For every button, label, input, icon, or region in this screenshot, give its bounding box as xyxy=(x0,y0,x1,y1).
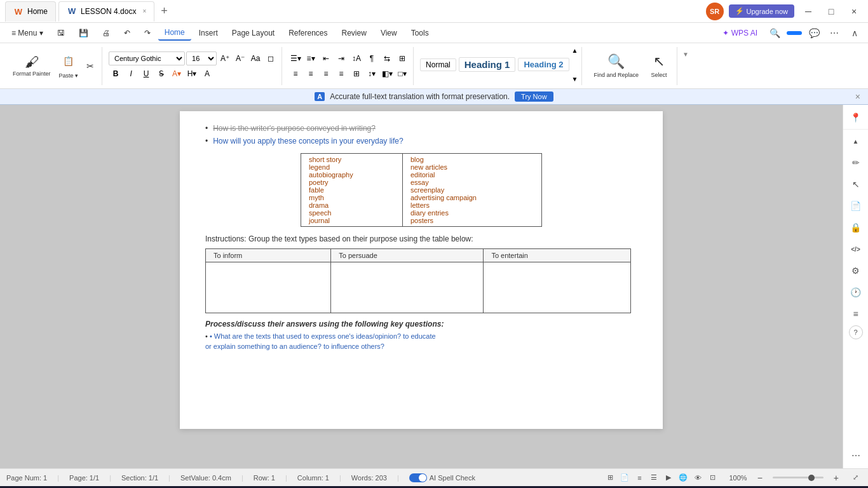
line-spacing-button[interactable]: ↕▾ xyxy=(365,67,379,81)
style-normal[interactable]: Normal xyxy=(420,58,456,71)
menu-item-insert[interactable]: Insert xyxy=(193,26,224,40)
font-size-select[interactable]: 16 xyxy=(186,51,217,65)
highlight-button[interactable]: H▾ xyxy=(185,67,199,81)
style-heading2[interactable]: Heading 2 xyxy=(518,58,569,71)
show-marks-button[interactable]: ¶ xyxy=(365,51,379,65)
more-button[interactable]: ⋯ xyxy=(826,25,843,41)
zoom-minus-button[interactable]: − xyxy=(757,473,763,483)
toolbar-history-icon[interactable]: 🖫 xyxy=(51,26,71,40)
toolbar-save-icon[interactable]: 💾 xyxy=(72,26,95,40)
select-button[interactable]: ↖ Select xyxy=(645,51,673,81)
increase-font-button[interactable]: A⁺ xyxy=(218,51,232,65)
tab-add-button[interactable]: + xyxy=(157,4,172,18)
sidebar-cursor-icon[interactable]: ↖ xyxy=(846,174,866,194)
share-button[interactable] xyxy=(787,31,802,35)
decrease-font-button[interactable]: A⁻ xyxy=(233,51,247,65)
outdent-button[interactable]: ⇤ xyxy=(319,51,333,65)
cols-button[interactable]: ⊞ xyxy=(395,51,409,65)
format-painter-button[interactable]: 🖌 Format Painter xyxy=(9,48,55,84)
italic-button[interactable]: I xyxy=(124,67,138,81)
inform-cell[interactable] xyxy=(206,262,331,313)
frame-icon[interactable]: ⊡ xyxy=(706,471,719,484)
persuade-cell[interactable] xyxy=(331,262,484,313)
sidebar-lock-icon[interactable]: 🔒 xyxy=(846,217,866,238)
sidebar-code-icon[interactable]: </> xyxy=(846,239,866,259)
bullets-button[interactable]: ☰▾ xyxy=(288,51,302,65)
menu-item-tools[interactable]: Tools xyxy=(405,26,435,40)
menu-toggle[interactable]: ≡ Menu ▾ xyxy=(5,26,50,40)
toolbar-print-icon[interactable]: 🖨 xyxy=(96,26,116,40)
fullscreen-button[interactable]: ⤢ xyxy=(849,471,862,484)
sidebar-history-icon[interactable]: 🕐 xyxy=(846,282,866,302)
tab-home[interactable]: W Home xyxy=(5,1,56,22)
menu-item-references[interactable]: References xyxy=(282,26,334,40)
maximize-button[interactable]: □ xyxy=(822,3,840,20)
toolbar-undo-icon[interactable]: ↶ xyxy=(118,26,137,40)
web-view-icon[interactable]: ≡ xyxy=(633,471,646,484)
ai-spell-check-toggle[interactable]: AI Spell Check xyxy=(409,473,475,482)
cut-button[interactable]: ✂ xyxy=(83,57,98,75)
align-right-button[interactable]: ≡ xyxy=(319,67,333,81)
sidebar-help-icon[interactable]: ? xyxy=(849,325,863,339)
shading-button[interactable]: ◧▾ xyxy=(380,67,394,81)
sidebar-location-icon[interactable]: 📍 xyxy=(846,107,866,128)
sidebar-connect-icon[interactable]: ⚙ xyxy=(846,261,866,281)
sidebar-edit-icon[interactable]: ✏ xyxy=(846,152,866,173)
toolbar-redo-icon[interactable]: ↷ xyxy=(138,26,157,40)
style-heading1[interactable]: Heading 1 xyxy=(459,57,516,72)
text-dir-button[interactable]: ⇆ xyxy=(380,51,394,65)
search-button[interactable]: 🔍 xyxy=(766,25,783,41)
zoom-plus-button[interactable]: + xyxy=(834,473,839,483)
outline-view-icon[interactable]: ☰ xyxy=(648,471,660,484)
underline-button[interactable]: U xyxy=(139,67,153,81)
clear-format-button[interactable]: ◻ xyxy=(264,51,278,65)
styles-scroll-down[interactable]: ▼ xyxy=(572,76,578,83)
wps-ai-button[interactable]: ✦ WPS AI xyxy=(717,27,763,39)
globe-icon[interactable]: 🌐 xyxy=(677,471,689,484)
menu-item-page-layout[interactable]: Page Layout xyxy=(226,26,281,40)
tab-close-icon[interactable]: × xyxy=(142,8,146,15)
char-border-button[interactable]: A xyxy=(200,67,214,81)
eye-icon[interactable]: 👁 xyxy=(691,471,704,484)
bold-button[interactable]: B xyxy=(109,67,123,81)
styles-scroll-up[interactable]: ▲ xyxy=(572,47,578,54)
sidebar-document-icon[interactable]: 📄 xyxy=(846,196,866,216)
tab-document[interactable]: W LESSON 4.docx × xyxy=(58,1,154,22)
font-color-button[interactable]: A▾ xyxy=(170,67,184,81)
close-button[interactable]: × xyxy=(845,3,863,20)
table-button[interactable]: ⊞ xyxy=(349,67,363,81)
zoom-slider[interactable] xyxy=(773,477,824,478)
toggle-switch[interactable] xyxy=(409,473,427,482)
collapse-ribbon-button[interactable]: ∧ xyxy=(846,25,863,41)
sort-button[interactable]: ↕A xyxy=(349,51,363,65)
zoom-slider-container[interactable] xyxy=(773,477,824,478)
ribbon-expand-button[interactable]: ▼ xyxy=(680,48,691,84)
indent-button[interactable]: ⇥ xyxy=(334,51,348,65)
page-view-icon[interactable]: ⊞ xyxy=(604,471,616,484)
sidebar-more-icon[interactable]: ⋯ xyxy=(846,445,866,466)
align-left-button[interactable]: ≡ xyxy=(288,67,302,81)
menu-item-view[interactable]: View xyxy=(374,26,403,40)
minimize-button[interactable]: ─ xyxy=(799,3,817,20)
change-case-button[interactable]: Aa xyxy=(248,51,262,65)
upgrade-button[interactable]: ⚡ Upgrade now xyxy=(729,4,794,18)
entertain-cell[interactable] xyxy=(484,262,631,313)
paste-dropdown[interactable]: Paste ▾ xyxy=(56,71,82,80)
numbering-button[interactable]: ≡▾ xyxy=(304,51,318,65)
banner-close-button[interactable]: × xyxy=(855,92,860,102)
menu-item-review[interactable]: Review xyxy=(336,26,373,40)
font-name-select[interactable]: Century Gothic xyxy=(109,51,185,65)
border-button[interactable]: □▾ xyxy=(395,67,409,81)
sidebar-scroll-up-icon[interactable]: ▲ xyxy=(846,131,866,151)
paste-button[interactable]: 📋 xyxy=(57,52,80,70)
menu-item-home[interactable]: Home xyxy=(158,25,191,41)
align-justify-button[interactable]: ≡ xyxy=(334,67,348,81)
try-now-button[interactable]: Try Now xyxy=(515,92,553,102)
comment-button[interactable]: 💬 xyxy=(806,25,822,41)
align-center-button[interactable]: ≡ xyxy=(304,67,318,81)
styles-scroll[interactable]: ▲ ▼ xyxy=(572,47,578,83)
read-view-icon[interactable]: 📄 xyxy=(618,471,631,484)
play-icon[interactable]: ▶ xyxy=(662,471,675,484)
sidebar-list-icon[interactable]: ≡ xyxy=(846,304,866,324)
strikethrough-button[interactable]: S̶ xyxy=(154,67,168,81)
